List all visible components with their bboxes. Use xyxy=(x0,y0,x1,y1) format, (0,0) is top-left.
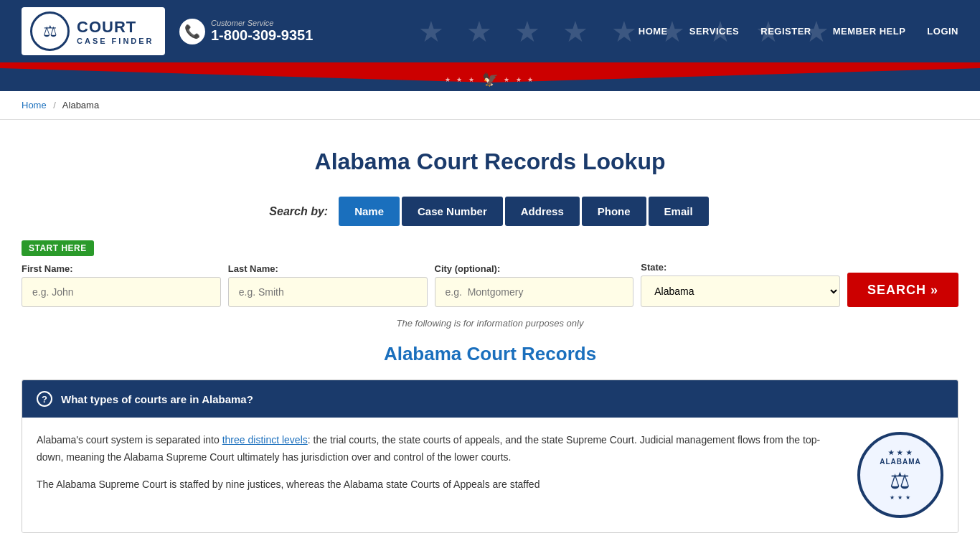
info-note: The following is for information purpose… xyxy=(22,318,958,329)
state-select[interactable]: AlabamaAlaskaArizonaArkansasCaliforniaCo… xyxy=(641,276,840,307)
logo-text: COURT CASE FINDER xyxy=(77,18,154,45)
site-logo: ⚖ COURT CASE FINDER xyxy=(22,7,165,55)
question-icon: ? xyxy=(37,391,52,407)
first-name-input[interactable] xyxy=(22,277,221,307)
breadcrumb-home[interactable]: Home xyxy=(22,100,47,110)
seal-bottom-stars: ★ ★ ★ xyxy=(890,494,911,501)
state-group: State: AlabamaAlaskaArizonaArkansasCalif… xyxy=(641,262,840,307)
header-left: ⚖ COURT CASE FINDER 📞 Customer Service 1… xyxy=(22,7,313,55)
tab-phone[interactable]: Phone xyxy=(582,197,646,226)
accordion-body: Alabama's court system is separated into… xyxy=(22,418,958,532)
phone-icon: 📞 xyxy=(179,19,205,44)
accordion-p2: The Alabama Supreme Court is staffed by … xyxy=(37,476,843,494)
main-content: Alabama Court Records Lookup Search by: … xyxy=(0,120,980,551)
city-input[interactable] xyxy=(435,277,634,307)
nav-login[interactable]: LOGIN xyxy=(927,26,958,37)
section-title: Alabama Court Records xyxy=(22,343,958,365)
logo-emblem: ⚖ xyxy=(30,11,70,51)
seal-label: ALABAMA xyxy=(880,458,921,466)
eagle-content: ★ ★ ★ 🦅 ★ ★ ★ xyxy=(445,72,535,88)
main-nav: HOME SERVICES REGISTER MEMBER HELP LOGIN xyxy=(639,26,958,37)
last-name-group: Last Name: xyxy=(228,263,428,307)
tab-name[interactable]: Name xyxy=(339,197,400,226)
cs-phone: 1-800-309-9351 xyxy=(211,27,313,44)
search-form-container: START HERE First Name: Last Name: City (… xyxy=(22,240,958,307)
first-name-group: First Name: xyxy=(22,263,221,307)
seal-scales-icon: ⚖ xyxy=(890,467,910,494)
form-fields: First Name: Last Name: City (optional): … xyxy=(22,262,958,307)
start-here-badge: START HERE xyxy=(22,240,94,256)
city-label: City (optional): xyxy=(435,263,634,274)
accordion-text: Alabama's court system is separated into… xyxy=(37,432,843,518)
state-label: State: xyxy=(641,262,840,273)
breadcrumb-current: Alabama xyxy=(62,100,99,110)
eagle-banner: ★ ★ ★ 🦅 ★ ★ ★ xyxy=(0,68,980,91)
city-group: City (optional): xyxy=(435,263,634,307)
first-name-label: First Name: xyxy=(22,263,221,274)
accordion-question: What types of courts are in Alabama? xyxy=(61,393,253,405)
nav-services[interactable]: SERVICES xyxy=(689,26,740,37)
breadcrumb: Home / Alabama xyxy=(0,91,980,120)
cs-label: Customer Service xyxy=(211,19,313,27)
search-by-row: Search by: Name Case Number Address Phon… xyxy=(22,197,958,226)
tab-address[interactable]: Address xyxy=(505,197,580,226)
cs-text: Customer Service 1-800-309-9351 xyxy=(211,19,313,44)
last-name-input[interactable] xyxy=(228,277,428,307)
stars-left: ★ ★ ★ xyxy=(445,76,476,83)
search-by-label: Search by: xyxy=(269,205,328,218)
nav-home[interactable]: HOME xyxy=(639,26,668,37)
breadcrumb-separator: / xyxy=(53,100,56,110)
alabama-seal: ★ ★ ★ ALABAMA ⚖ ★ ★ ★ xyxy=(857,432,943,518)
page-title: Alabama Court Records Lookup xyxy=(22,149,958,175)
eagle-icon: 🦅 xyxy=(482,72,498,88)
three-levels-link[interactable]: three distinct levels xyxy=(222,434,308,446)
site-header: ★ ★ ★ ★ ★ ★ ★ ★ ★ ⚖ COURT CASE FINDER 📞 … xyxy=(0,0,980,62)
search-button[interactable]: SEARCH » xyxy=(847,273,958,307)
stars-right: ★ ★ ★ xyxy=(504,76,535,83)
customer-service: 📞 Customer Service 1-800-309-9351 xyxy=(179,19,313,44)
tab-case-number[interactable]: Case Number xyxy=(402,197,503,226)
nav-register[interactable]: REGISTER xyxy=(760,26,811,37)
nav-member-help[interactable]: MEMBER HELP xyxy=(833,26,906,37)
accordion-p1: Alabama's court system is separated into… xyxy=(37,432,843,466)
accordion-header[interactable]: ? What types of courts are in Alabama? xyxy=(22,380,958,418)
seal-inner: ★ ★ ★ ALABAMA ⚖ ★ ★ ★ xyxy=(880,449,921,501)
logo-casefinder-text: CASE FINDER xyxy=(77,37,154,45)
red-stripe xyxy=(0,62,980,68)
seal-top-text: ★ ★ ★ xyxy=(888,449,913,456)
last-name-label: Last Name: xyxy=(228,263,428,274)
logo-court-text: COURT xyxy=(77,18,154,37)
tab-email[interactable]: Email xyxy=(649,197,709,226)
accordion-courts: ? What types of courts are in Alabama? A… xyxy=(22,380,958,533)
